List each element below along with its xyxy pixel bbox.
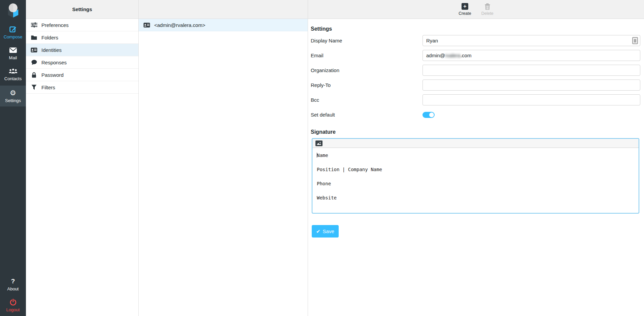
organization-input[interactable] [422, 65, 640, 76]
form-section-title: Settings [311, 26, 641, 32]
gear-icon: ⚙ [10, 89, 16, 97]
check-icon: ✔ [316, 229, 320, 234]
form-row-display-name: Display Name [311, 35, 641, 46]
mail-icon [9, 46, 17, 54]
sidebar-item-compose[interactable]: Compose [0, 23, 26, 42]
nav-item-label: Filters [41, 85, 55, 90]
bcc-input[interactable] [422, 94, 640, 105]
form-row-bcc: Bcc [311, 94, 641, 105]
question-icon: ? [11, 277, 15, 285]
signature-line: Website [317, 194, 639, 201]
delete-button[interactable]: Delete [481, 3, 494, 16]
email-value-obscured: rvalera [445, 53, 461, 58]
identity-list-item[interactable]: <admin@rvalera.com> [139, 19, 308, 31]
email-value-prefix: admin@ [426, 53, 445, 58]
organization-label: Organization [311, 67, 422, 73]
plus-icon: + [462, 3, 468, 10]
funnel-icon [31, 84, 37, 90]
form-row-reply-to: Reply-To [311, 80, 641, 91]
email-value-suffix: .com [461, 53, 472, 58]
sidebar-item-mail[interactable]: Mail [0, 44, 26, 63]
signature-line: Name [317, 152, 639, 159]
display-name-input[interactable] [422, 35, 640, 46]
identities-header [139, 0, 308, 19]
signature-textarea[interactable]: Name Position | Company Name Phone Websi… [312, 148, 639, 213]
contacts-icon [9, 67, 18, 75]
form-row-set-default: Set default [311, 109, 641, 120]
sidebar-item-contacts[interactable]: Contacts [0, 65, 26, 84]
insert-image-button[interactable] [315, 140, 323, 146]
create-button[interactable]: + Create [459, 3, 471, 16]
form-row-email: Email admin@rvalera.com [311, 50, 641, 61]
display-name-label: Display Name [311, 38, 422, 43]
set-default-label: Set default [311, 112, 422, 118]
roundcube-logo-icon [5, 2, 21, 18]
form-row-organization: Organization [311, 65, 641, 76]
taskbar: Compose Mail C [0, 0, 26, 316]
set-default-toggle[interactable] [422, 112, 435, 118]
signature-line: Phone [317, 180, 639, 187]
main-pane: + Create Delete Settings [308, 0, 644, 316]
nav-item-responses[interactable]: Responses [26, 56, 138, 69]
create-button-label: Create [459, 11, 471, 16]
column-title: Settings [72, 6, 92, 12]
sidebar-item-label: Mail [9, 55, 17, 60]
sidebar-item-label: Compose [4, 34, 23, 39]
signature-editor: Name Position | Company Name Phone Websi… [312, 138, 639, 214]
settings-nav-list: Preferences Folders [26, 19, 138, 94]
app-window: Compose Mail C [0, 0, 644, 316]
signature-line: Position | Company Name [317, 166, 639, 173]
app-logo [0, 0, 26, 21]
reply-to-label: Reply-To [311, 82, 422, 88]
save-button[interactable]: ✔ Save [312, 225, 339, 238]
nav-item-label: Responses [41, 60, 67, 65]
sidebar-item-label: Logout [6, 307, 20, 312]
power-icon [10, 298, 16, 306]
nav-item-folders[interactable]: Folders [26, 31, 138, 44]
id-card-icon [143, 22, 150, 28]
nav-item-password[interactable]: Password [26, 69, 138, 81]
settings-nav-column: Settings Preferences [26, 0, 139, 316]
nav-item-preferences[interactable]: Preferences [26, 19, 138, 31]
sidebar-bottom: ? About Logout [0, 273, 26, 316]
identity-form: Settings Display Name Email admin@rvaler… [308, 19, 644, 238]
delete-button-label: Delete [481, 11, 494, 16]
nav-item-label: Preferences [41, 22, 69, 28]
sidebar-item-label: Settings [5, 98, 21, 103]
save-button-label: Save [323, 228, 334, 234]
folder-icon [31, 34, 37, 40]
sidebar-item-settings[interactable]: ⚙ Settings [0, 86, 26, 106]
email-label: Email [311, 53, 422, 58]
autofill-extension-icon[interactable] [632, 37, 638, 44]
toggle-knob [429, 113, 434, 117]
display-name-wrap [422, 35, 640, 46]
email-input[interactable]: admin@rvalera.com [422, 50, 640, 61]
sidebar-item-label: Contacts [4, 76, 22, 81]
reply-to-input[interactable] [422, 80, 640, 91]
nav-item-label: Identities [41, 47, 62, 53]
identity-label: <admin@rvalera.com> [154, 22, 205, 28]
identities-column: <admin@rvalera.com> [139, 0, 308, 316]
compose-icon [9, 25, 17, 33]
sliders-icon [31, 22, 37, 28]
trash-icon [485, 3, 490, 10]
nav-item-label: Password [41, 72, 64, 78]
lock-icon [31, 72, 37, 78]
sidebar-item-about[interactable]: ? About [0, 275, 26, 294]
main-toolbar: + Create Delete [308, 0, 644, 19]
identities-list: <admin@rvalera.com> [139, 19, 308, 31]
id-card-icon [31, 47, 37, 53]
image-icon [316, 141, 321, 145]
nav-item-label: Folders [41, 35, 58, 40]
settings-nav-header: Settings [26, 0, 138, 19]
sidebar-item-label: About [7, 286, 19, 291]
sidebar-item-logout[interactable]: Logout [0, 296, 26, 315]
nav-item-filters[interactable]: Filters [26, 81, 138, 94]
signature-section-title: Signature [311, 129, 641, 135]
speech-bubble-icon [31, 59, 37, 65]
nav-item-identities[interactable]: Identities [26, 44, 138, 56]
bcc-label: Bcc [311, 97, 422, 103]
signature-editor-toolbar [312, 139, 639, 148]
